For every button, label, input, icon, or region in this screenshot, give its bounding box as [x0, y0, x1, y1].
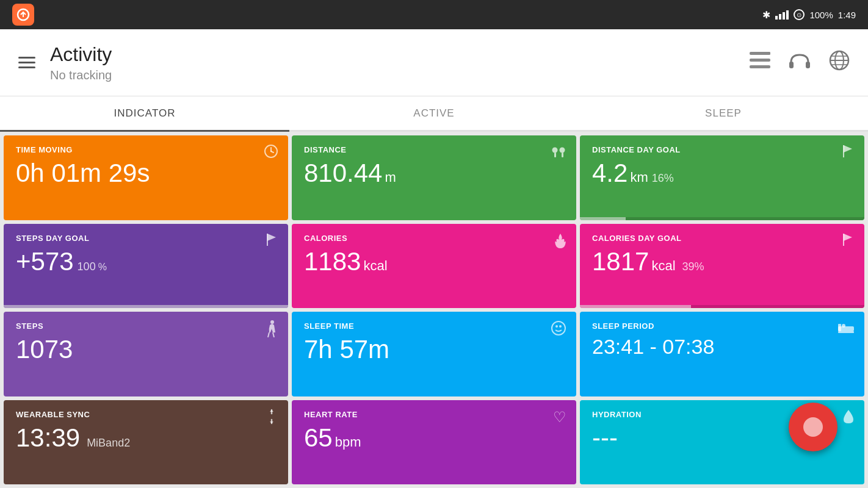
card-steps-day-goal[interactable]: STEPS DAY GOAL +573100%: [4, 224, 288, 309]
card-heart-rate[interactable]: HEART RATE ♡ 65bpm: [292, 400, 576, 485]
steps-progress-fill: [4, 305, 288, 308]
heart-rate-value: 65bpm: [304, 424, 564, 452]
svg-point-28: [842, 324, 845, 328]
headphones-icon[interactable]: [789, 51, 811, 74]
bed-icon: [837, 320, 855, 337]
card-distance[interactable]: DISTANCE 810.44m: [292, 135, 576, 220]
svg-point-25: [559, 325, 562, 328]
svg-rect-17: [554, 152, 556, 157]
calories-value: 1183kcal: [304, 248, 564, 276]
status-bar-left: [12, 4, 34, 26]
heart-icon: ♡: [553, 409, 566, 426]
dashboard: TIME MOVING 0h 01m 29s DISTANCE 810.44m …: [0, 132, 868, 488]
card-distance-day-goal[interactable]: DISTANCE DAY GOAL 4.2km16%: [580, 135, 864, 220]
wearable-sync-value: 13:39 MiBand2: [16, 424, 276, 452]
svg-rect-5: [789, 62, 794, 68]
status-bar-right: ✱ ⊙ 100% 1:49: [762, 9, 856, 21]
tab-active[interactable]: ACTIVE: [289, 96, 579, 130]
sleep-icon: [551, 320, 566, 340]
tab-sleep[interactable]: SLEEP: [579, 96, 868, 130]
page-subtitle: No tracking: [50, 68, 750, 82]
svg-rect-4: [754, 52, 770, 55]
calories-progress-container: [580, 305, 864, 308]
water-icon: [842, 409, 855, 428]
tabs: INDICATOR ACTIVE SLEEP: [0, 96, 868, 132]
progress-bar-fill: [580, 217, 626, 220]
svg-rect-18: [562, 152, 563, 157]
app-icon: [12, 4, 34, 26]
card-calories[interactable]: CALORIES 1183kcal: [292, 224, 576, 309]
svg-line-14: [271, 151, 273, 152]
card-calories-day-goal[interactable]: CALORIES DAY GOAL 1817kcal 39%: [580, 224, 864, 309]
bluetooth-icon: ✱: [762, 9, 770, 21]
calories-goal-icon: [841, 232, 855, 249]
page-title: Activity: [50, 43, 750, 66]
svg-point-16: [560, 148, 565, 153]
fab-button[interactable]: [789, 403, 837, 451]
calories-goal-value: 1817kcal 39%: [592, 248, 852, 276]
sync-icon: [265, 409, 278, 428]
card-steps[interactable]: STEPS 1073: [4, 312, 288, 396]
time-icon: [264, 144, 278, 162]
fab-inner: [803, 417, 823, 437]
svg-rect-3: [750, 65, 770, 68]
card-sleep-period[interactable]: SLEEP PERIOD 23:41 - 07:38: [580, 312, 864, 396]
list-icon[interactable]: [750, 52, 770, 73]
distance-value: 810.44m: [304, 159, 564, 187]
card-time-moving[interactable]: TIME MOVING 0h 01m 29s: [4, 135, 288, 220]
time-moving-value: 0h 01m 29s: [16, 159, 276, 187]
steps-goal-value: +573100%: [16, 248, 276, 276]
tab-indicator[interactable]: INDICATOR: [0, 96, 289, 130]
flag-icon: [841, 144, 855, 161]
status-bar: ✱ ⊙ 100% 1:49: [0, 0, 868, 29]
walk-icon: [266, 320, 278, 341]
battery-text: 100%: [809, 10, 833, 20]
distance-icon: [551, 144, 566, 161]
svg-point-22: [270, 320, 274, 324]
svg-point-24: [555, 325, 558, 328]
progress-bar-container: [580, 217, 864, 220]
signal-icon: [775, 10, 789, 20]
toolbar-actions: [750, 50, 850, 75]
svg-rect-2: [750, 59, 770, 62]
svg-point-23: [552, 321, 565, 335]
distance-goal-value: 4.2km16%: [592, 159, 852, 187]
charging-icon: ⊙: [794, 9, 805, 20]
steps-value: 1073: [16, 336, 276, 364]
card-sleep-time[interactable]: SLEEP TIME 7h 57m: [292, 312, 576, 396]
sleep-period-value: 23:41 - 07:38: [592, 336, 852, 358]
svg-rect-29: [838, 331, 854, 333]
hamburger-button[interactable]: [18, 57, 35, 68]
toolbar-title: Activity No tracking: [50, 43, 750, 82]
toolbar: Activity No tracking: [0, 29, 868, 96]
time-text: 1:49: [838, 10, 856, 20]
svg-rect-27: [838, 324, 841, 331]
calories-progress-fill: [580, 305, 691, 308]
steps-goal-icon: [265, 232, 278, 249]
svg-rect-6: [806, 62, 810, 68]
fire-icon: [554, 232, 566, 252]
globe-icon[interactable]: [829, 50, 850, 75]
steps-progress-container: [4, 305, 288, 308]
card-wearable-sync[interactable]: WEARABLE SYNC 13:39 MiBand2: [4, 400, 288, 485]
sleep-time-value: 7h 57m: [304, 336, 564, 364]
svg-point-15: [552, 148, 558, 153]
